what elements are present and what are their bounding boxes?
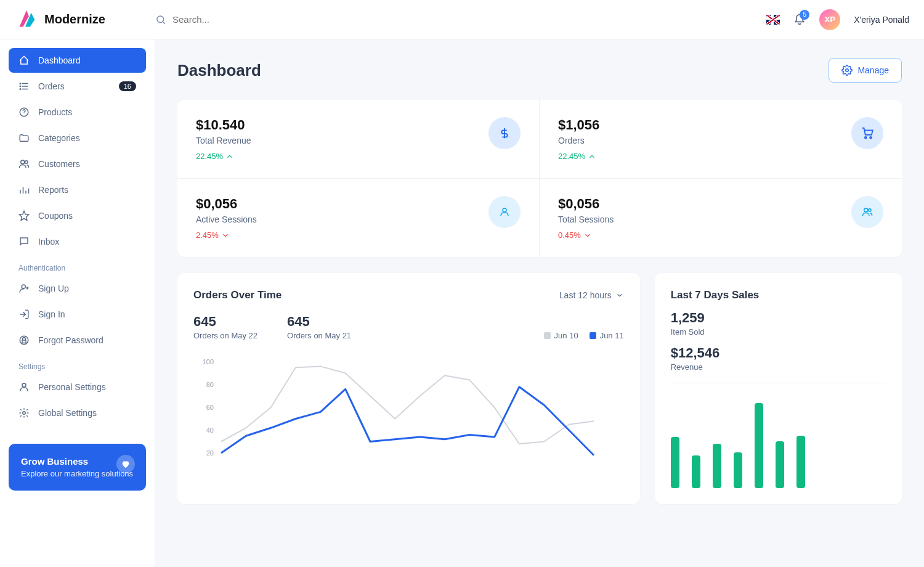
- header: Modernize 5 XP X'eriya Ponald: [0, 0, 924, 39]
- help-icon: [18, 107, 30, 118]
- stat-card: $0,056Total Sessions0.45%: [540, 179, 902, 257]
- folder-icon: [18, 133, 30, 144]
- svg-point-23: [22, 383, 26, 387]
- stat-card: $10.540Total Revenue22.45%: [177, 100, 540, 179]
- search-icon: [155, 14, 166, 25]
- rev-label: Revenue: [671, 362, 886, 372]
- legend-swatch: [590, 332, 596, 339]
- sidebar-item-label: Dashboard: [38, 55, 81, 65]
- brand-name: Modernize: [44, 12, 105, 27]
- chart-line: [221, 366, 594, 444]
- heart-icon: [116, 455, 135, 473]
- chevron-down-icon: [221, 231, 230, 240]
- stat-value: $10.540: [196, 117, 251, 133]
- svg-point-7: [20, 89, 21, 90]
- search-input[interactable]: [172, 14, 357, 25]
- sidebar-item-label: Orders: [38, 81, 65, 91]
- svg-line-1: [163, 22, 164, 23]
- sidebar-item-orders[interactable]: Orders16: [9, 74, 146, 99]
- chevron-down-icon: [583, 231, 592, 240]
- svg-point-30: [864, 208, 868, 212]
- chevron-up-icon: [588, 152, 596, 161]
- orders-over-time-card: Orders Over Time Last 12 hours 645 Order…: [177, 273, 640, 504]
- list-icon: [18, 81, 30, 92]
- signin-icon: [18, 309, 30, 320]
- nav-section-auth: Authentication: [9, 255, 146, 276]
- sidebar-item-label: Sign In: [38, 309, 65, 319]
- manage-button[interactable]: Manage: [829, 58, 902, 83]
- stat-value: $0,056: [196, 196, 257, 212]
- rev-value: $12,546: [671, 345, 886, 361]
- svg-point-28: [870, 137, 872, 139]
- manage-label: Manage: [857, 65, 889, 75]
- promo-sub: Explore our marketing solutions: [21, 469, 134, 478]
- orders-line-chart: 20406080100: [193, 359, 624, 482]
- sidebar-item-label: Categories: [38, 133, 80, 143]
- sidebar-item-label: Customers: [38, 159, 80, 169]
- signup-icon: [18, 283, 30, 294]
- bar: [713, 444, 721, 488]
- svg-point-6: [20, 86, 21, 87]
- range-label: Last 12 hours: [559, 290, 612, 300]
- sidebar-item-personal-settings[interactable]: Personal Settings: [9, 375, 146, 399]
- sidebar-item-label: Products: [38, 107, 72, 117]
- bar: [776, 441, 784, 488]
- legend-label: Jun 10: [554, 331, 578, 340]
- language-flag-uk[interactable]: [766, 15, 780, 25]
- svg-point-24: [23, 412, 26, 415]
- legend-item: Jun 10: [544, 331, 578, 340]
- sidebar-item-label: Reports: [38, 185, 68, 195]
- svg-point-27: [865, 137, 867, 139]
- sidebar-item-dashboard[interactable]: Dashboard: [9, 48, 146, 73]
- svg-point-29: [503, 208, 506, 212]
- sidebar-item-reports[interactable]: Reports: [9, 177, 146, 202]
- sidebar-item-coupons[interactable]: Coupons: [9, 203, 146, 228]
- notifications-button[interactable]: 5: [793, 14, 806, 26]
- chevron-up-icon: [225, 152, 234, 161]
- legend-swatch: [544, 332, 551, 339]
- sidebar-item-sign-up[interactable]: Sign Up: [9, 276, 146, 301]
- orders-sum-1-lbl: Orders on May 21: [287, 331, 351, 340]
- sidebar-item-label: Personal Settings: [38, 382, 106, 392]
- search[interactable]: [155, 14, 357, 25]
- sales-bar-chart: [671, 396, 886, 488]
- orders-sum-0-lbl: Orders on May 22: [193, 331, 257, 340]
- sidebar-item-sign-in[interactable]: Sign In: [9, 302, 146, 327]
- message-icon: [18, 236, 30, 247]
- sales-card-title: Last 7 Days Sales: [671, 289, 886, 301]
- logo[interactable]: Modernize: [15, 8, 155, 31]
- avatar[interactable]: XP: [819, 9, 840, 30]
- stats-grid: $10.540Total Revenue22.45% $1,056Orders2…: [177, 100, 902, 257]
- y-tick-label: 60: [206, 404, 214, 411]
- page-title: Dashboard: [177, 61, 261, 80]
- user-icon: [18, 381, 30, 393]
- star-icon: [18, 210, 30, 221]
- chart-legend: Jun 10Jun 11: [544, 331, 624, 340]
- gear-icon: [841, 65, 853, 76]
- sidebar-item-inbox[interactable]: Inbox: [9, 229, 146, 254]
- bar: [796, 436, 805, 488]
- sidebar-item-products[interactable]: Products: [9, 100, 146, 124]
- sidebar-item-customers[interactable]: Customers: [9, 152, 146, 176]
- range-selector[interactable]: Last 12 hours: [559, 290, 624, 300]
- logo-icon: [15, 8, 38, 31]
- users-icon: [851, 196, 883, 228]
- chart-icon: [18, 184, 30, 195]
- legend-label: Jun 11: [600, 331, 624, 340]
- y-tick-label: 80: [206, 381, 214, 388]
- sidebar: DashboardOrders16ProductsCategoriesCusto…: [0, 39, 155, 567]
- sidebar-item-forgot-password[interactable]: Forgot Password: [9, 328, 146, 353]
- cart-icon: [851, 117, 883, 149]
- bar: [755, 403, 763, 488]
- promo-card[interactable]: Grow Business Explore our marketing solu…: [9, 444, 146, 491]
- svg-point-0: [157, 16, 164, 23]
- sidebar-item-categories[interactable]: Categories: [9, 126, 146, 150]
- user-icon: [488, 196, 521, 228]
- stat-label: Orders: [558, 136, 599, 145]
- home-icon: [18, 55, 30, 66]
- y-tick-label: 40: [206, 426, 214, 434]
- svg-point-5: [20, 83, 21, 84]
- sidebar-item-label: Forgot Password: [38, 335, 103, 345]
- sidebar-item-global-settings[interactable]: Global Settings: [9, 401, 146, 425]
- stat-value: $0,056: [558, 196, 614, 212]
